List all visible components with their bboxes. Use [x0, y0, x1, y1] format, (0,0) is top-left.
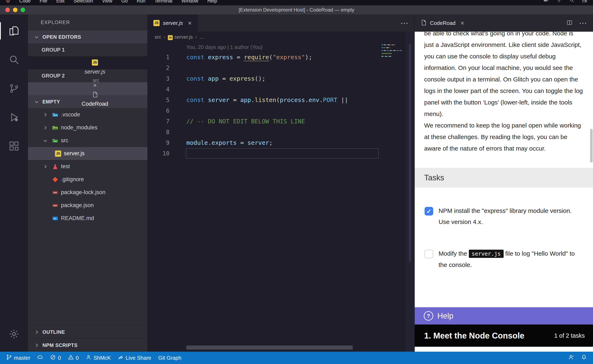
status-shmck[interactable]: ShMcK	[86, 354, 111, 362]
code-line-7[interactable]: 7// -- DO NOT EDIT BELOW THIS LINE	[148, 116, 406, 127]
status-0[interactable]: 0	[50, 354, 61, 362]
code-line-2[interactable]: 2	[148, 63, 406, 73]
status-0[interactable]: 0	[68, 354, 79, 362]
label: test	[61, 163, 70, 170]
extensions-icon[interactable]	[0, 132, 28, 160]
editor-scrollbar-column[interactable]	[405, 32, 414, 352]
chevron-right-icon[interactable]	[33, 329, 41, 335]
code-editor[interactable]: You, 20 days ago | 1 author (You) 1const…	[148, 42, 406, 352]
menu-file[interactable]: File	[40, 0, 47, 4]
line-number: 4	[148, 86, 176, 93]
code-line-10[interactable]: 10	[148, 148, 406, 159]
task-checkbox-checked[interactable]: ✓	[425, 207, 433, 215]
breadcrumb-[interactable]: …	[199, 34, 204, 40]
status-cloud[interactable]	[37, 354, 43, 362]
chevron-down-icon[interactable]	[33, 99, 41, 104]
file-file-icon	[91, 91, 99, 98]
editor-more-actions-icon[interactable]: ⋯	[400, 19, 408, 27]
window-title-bar[interactable]: [Extension Development Host] - CodeRoad …	[0, 5, 593, 14]
search-icon[interactable]	[0, 45, 28, 74]
code-line-9[interactable]: 9module.exports = server;	[148, 137, 406, 148]
status-master[interactable]: master	[6, 354, 30, 362]
close-editor-icon[interactable]: ×	[91, 82, 99, 88]
chevron-right-icon[interactable]	[41, 164, 49, 169]
help-bar[interactable]: ? Help	[415, 307, 593, 325]
window-title: [Extension Development Host] - CodeRoad …	[0, 7, 593, 13]
app-menu-icon[interactable]: ⚙	[6, 0, 10, 4]
tree-item-vscode[interactable]: </>.vscode	[28, 108, 147, 121]
chevron-right-icon[interactable]	[33, 343, 41, 348]
breadcrumb-server-js[interactable]: JSserver.js	[168, 34, 193, 40]
tree-item-package-json[interactable]: npmpackage.json	[28, 199, 147, 212]
svg-text:</>: </>	[54, 114, 57, 116]
tree-item-test[interactable]: test	[28, 160, 147, 173]
coderoad-panel: CodeRoad × ⋯ be able to check what's goi…	[414, 14, 593, 352]
explorer-icon[interactable]	[0, 16, 28, 45]
menu-edit[interactable]: Edit	[56, 0, 65, 4]
tree-item-src[interactable]: srcsrc	[28, 134, 147, 147]
zoom-window-button[interactable]	[20, 8, 25, 12]
tree-item-readme-md[interactable]: M↓README.md	[28, 212, 147, 225]
vscode-file-icon: </>	[52, 111, 59, 118]
split-editor-icon[interactable]	[566, 19, 573, 27]
tab-coderoad[interactable]: CodeRoad ×	[415, 14, 470, 32]
chevron-right-icon[interactable]	[41, 125, 49, 130]
section-header-outline[interactable]: OUTLINE	[28, 325, 147, 338]
status-person-add[interactable]	[568, 354, 574, 362]
menu-run[interactable]: Run	[137, 0, 145, 4]
status-git-graph[interactable]: Git Graph	[158, 355, 182, 361]
label: src	[61, 137, 68, 144]
lesson-footer: 1. Meet the Node Console 1 of 2 tasks	[415, 325, 593, 347]
menu-window[interactable]: Window	[181, 0, 198, 4]
tab-server-js[interactable]: JS server.js ×	[148, 14, 198, 32]
source-control-icon[interactable]	[0, 74, 28, 103]
breadcrumb-src[interactable]: src	[155, 34, 161, 40]
settings-icon[interactable]	[0, 319, 28, 348]
srcfolder-file-icon: src	[52, 137, 59, 144]
code-line-4[interactable]: 4	[148, 84, 406, 95]
code-line-6[interactable]: 6	[148, 105, 406, 116]
git-file-icon	[52, 176, 59, 183]
close-window-button[interactable]	[5, 8, 10, 12]
minimize-window-button[interactable]	[13, 8, 18, 12]
traffic-lights	[5, 8, 25, 12]
panel-scrollbar-thumb[interactable]	[590, 129, 593, 162]
code-line-3[interactable]: 3const app = express();	[148, 73, 406, 84]
tree-item-package-lock-json[interactable]: npmpackage-lock.json	[28, 186, 147, 199]
tab-close-icon[interactable]: ×	[188, 20, 192, 26]
code-line-5[interactable]: 5const server = app.listen(process.env.P…	[148, 95, 406, 105]
menu-terminal[interactable]: Terminal	[154, 0, 172, 4]
chevron-down-icon[interactable]	[41, 138, 49, 143]
menu-code[interactable]: Code	[19, 0, 31, 4]
open-editor-coderoad[interactable]: ×CodeRoad	[28, 82, 147, 95]
task-checkbox-unchecked[interactable]	[425, 250, 433, 258]
run-debug-icon[interactable]	[0, 103, 28, 132]
panel-more-actions-icon[interactable]: ⋯	[579, 19, 587, 27]
menu-go[interactable]: Go	[121, 0, 128, 4]
chevron-right-icon[interactable]	[41, 112, 49, 117]
tree-item-gitignore[interactable]: .gitignore	[28, 173, 147, 186]
menu-help[interactable]: Help	[207, 0, 217, 4]
menu-view[interactable]: View	[102, 0, 112, 4]
menubar-battery-icon[interactable]	[544, 0, 549, 4]
section-header-open-editors[interactable]: OPEN EDITORS	[28, 30, 147, 43]
open-editor-server-js[interactable]: JSserver.jssrc	[28, 56, 147, 69]
status-live-share[interactable]: Live Share	[118, 354, 151, 362]
chevron-down-icon[interactable]	[33, 34, 41, 40]
tree-item-server-js[interactable]: JSserver.js	[28, 147, 147, 160]
section-header-npm-scripts[interactable]: NPM SCRIPTS	[28, 338, 147, 352]
minimap[interactable]	[381, 44, 404, 58]
code-line-1[interactable]: 1const express = require("express");	[148, 52, 406, 63]
tree-item-node-modules[interactable]: npmnode_modules	[28, 121, 147, 134]
code-line-8[interactable]: 8	[148, 127, 406, 137]
editor-scrollbar-thumb[interactable]	[409, 44, 411, 262]
menubar-spotlight-search-icon[interactable]	[569, 0, 574, 4]
menubar-wifi-icon[interactable]	[556, 0, 562, 4]
panel-tab-close-icon[interactable]: ×	[460, 20, 464, 26]
menu-selection[interactable]: Selection	[73, 0, 93, 4]
horizontal-scrollbar[interactable]	[186, 345, 353, 350]
line-number: 1	[148, 54, 176, 61]
status-bell[interactable]	[581, 354, 587, 362]
label: OPEN EDITORS	[42, 34, 81, 40]
menubar-control-center-icon[interactable]	[582, 0, 587, 4]
